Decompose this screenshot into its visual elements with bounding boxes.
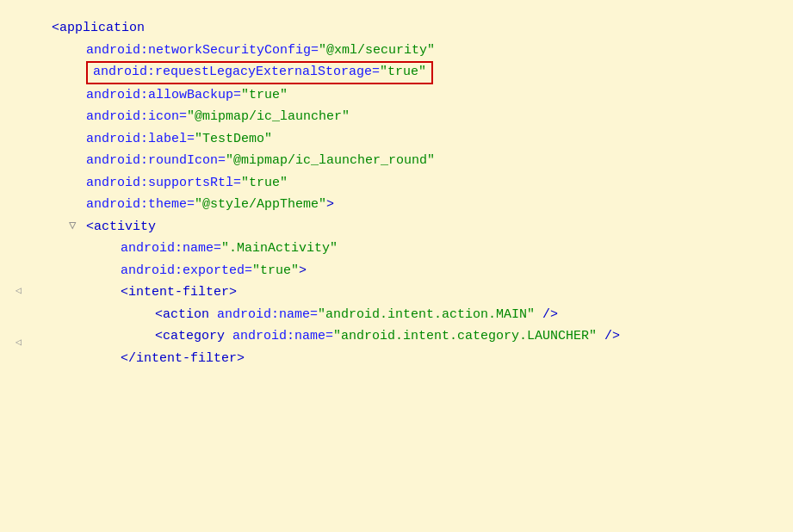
code-token-attr-name: android:icon=	[86, 106, 187, 128]
code-token-attr-name: android:theme=	[86, 194, 195, 216]
code-line: </intent-filter>	[52, 348, 776, 370]
code-line: android:allowBackup="true"	[52, 84, 776, 107]
code-token-tag: />	[535, 304, 558, 326]
code-token-attr-name: android:exported=	[121, 260, 252, 282]
code-line: android:theme="@style/AppTheme">	[52, 194, 776, 216]
code-token-attr-value: ".MainActivity"	[221, 238, 338, 260]
code-token-attr-value: "android.intent.action.MAIN"	[318, 304, 535, 326]
code-token-attr-name: android:name=	[121, 238, 221, 260]
side-fold-icon[interactable]: ◁	[15, 336, 22, 349]
code-line: <intent-filter>	[52, 281, 776, 304]
highlighted-code: android:requestLegacyExternalStorage="tr…	[86, 61, 433, 84]
code-token-tag: >	[326, 194, 334, 216]
code-line: android:label="TestDemo"	[52, 128, 776, 151]
code-line: ▽<activity	[52, 216, 776, 238]
code-token-attr-value: "true"	[241, 172, 288, 195]
code-token-attr-name: android:roundIcon=	[86, 150, 226, 172]
code-line: <category android:name="android.intent.c…	[52, 325, 776, 348]
code-token-attr-name: android:name=	[217, 304, 318, 326]
code-line: android:supportsRtl="true"	[52, 172, 776, 195]
code-token-tag: <action	[155, 304, 217, 326]
code-token-tag: </intent-filter>	[121, 348, 245, 370]
code-line: <application	[52, 17, 776, 40]
side-fold-icon[interactable]: ◁	[15, 284, 22, 297]
code-token-attr-value: "TestDemo"	[195, 128, 272, 151]
code-token-tag: <activity	[86, 216, 156, 238]
code-token-attr-value: "@mipmap/ic_launcher"	[187, 106, 350, 128]
code-line: android:networkSecurityConfig="@xml/secu…	[52, 40, 776, 62]
code-token-attr-value: "@xml/security"	[319, 40, 435, 62]
code-token-attr-value: "true"	[241, 84, 288, 107]
code-token-attr-name: android:name=	[232, 325, 333, 348]
code-token-attr-value: "@style/AppTheme"	[195, 194, 326, 216]
code-token-attr-name: android:allowBackup=	[86, 84, 241, 107]
code-token-attr-name: android:label=	[86, 128, 195, 151]
code-line: android:requestLegacyExternalStorage="tr…	[52, 61, 776, 84]
code-token-tag: <intent-filter>	[121, 281, 237, 304]
code-token-tag: >	[299, 260, 307, 282]
code-line: android:exported="true">	[52, 260, 776, 282]
code-line: android:name=".MainActivity"	[52, 238, 776, 260]
code-token-attr-value: "android.intent.category.LAUNCHER"	[333, 325, 597, 348]
code-editor: <applicationandroid:networkSecurityConfi…	[0, 0, 793, 532]
code-token-tag: <application	[52, 17, 145, 40]
code-line: <action android:name="android.intent.act…	[52, 304, 776, 326]
code-token-attr-value: "@mipmap/ic_launcher_round"	[226, 150, 435, 172]
code-token-attr-name: android:supportsRtl=	[86, 172, 241, 195]
code-token-attr-name: android:networkSecurityConfig=	[86, 40, 319, 62]
code-token-tag: />	[597, 325, 620, 348]
code-token-attr-value: "true"	[380, 65, 426, 79]
code-line: android:icon="@mipmap/ic_launcher"	[52, 106, 776, 128]
code-token-tag: <category	[155, 325, 232, 348]
fold-icon[interactable]: ▽	[69, 216, 76, 237]
code-line: android:roundIcon="@mipmap/ic_launcher_r…	[52, 150, 776, 172]
code-token-attr-name: android:requestLegacyExternalStorage=	[93, 65, 380, 79]
code-token-attr-value: "true"	[252, 260, 299, 282]
